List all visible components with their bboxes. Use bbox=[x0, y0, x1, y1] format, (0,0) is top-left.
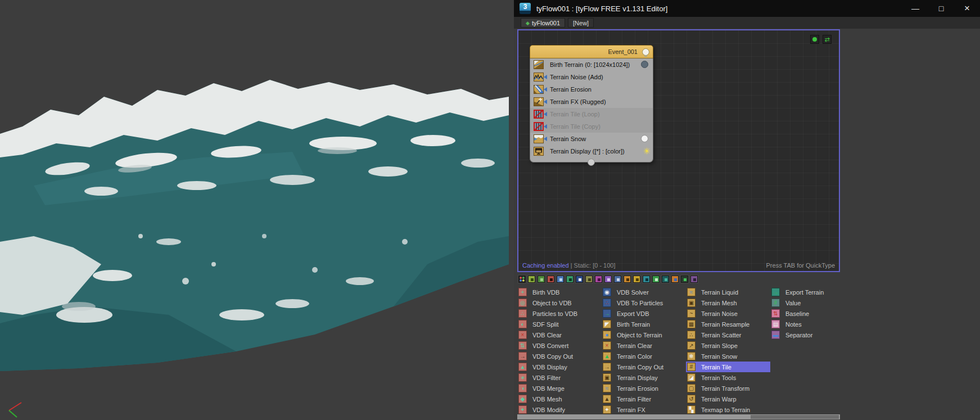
depot-item-terrain-color[interactable]: ▲Terrain Color bbox=[602, 351, 686, 362]
toolbar-icon-13[interactable] bbox=[633, 276, 640, 283]
depot-item-label: Terrain Resample bbox=[701, 321, 749, 328]
toolbar-icon-15[interactable] bbox=[652, 276, 660, 283]
depot-item-vdb-merge[interactable]: ◑VDB Merge bbox=[517, 383, 602, 394]
sun-display-icon[interactable]: ☀ bbox=[643, 146, 651, 156]
toolbar-icon-1[interactable] bbox=[518, 276, 526, 283]
window-titlebar[interactable]: 3 tyFlow001 : [tyFlow FREE v1.131 Editor… bbox=[514, 0, 980, 17]
depot-item-terrain-copy-out[interactable]: →Terrain Copy Out bbox=[602, 362, 686, 372]
depot-item-terrain-tools[interactable]: ◪Terrain Tools bbox=[686, 372, 770, 383]
toolbar-icon-5[interactable] bbox=[557, 276, 564, 283]
depot-item-vdb-mesh[interactable]: ◆VDB Mesh bbox=[517, 394, 602, 404]
depot-item-terrain-warp[interactable]: ↺Terrain Warp bbox=[686, 394, 770, 404]
tab-tyflow001[interactable]: ◆ tyFlow001 bbox=[521, 18, 565, 28]
depot-item-value[interactable]: #Value bbox=[770, 297, 840, 308]
depot-item-notes[interactable]: ▤Notes bbox=[770, 319, 840, 329]
depot-item-label: VDB Solver bbox=[617, 289, 649, 296]
operator-row-terrain-tile-loop[interactable]: Terrain Tile (Loop) bbox=[530, 108, 653, 120]
depot-item-terrain-fx[interactable]: ✦Terrain FX bbox=[602, 404, 686, 415]
depot-item-terrain-noise[interactable]: ~Terrain Noise bbox=[686, 308, 770, 319]
tab-new[interactable]: [New] bbox=[568, 18, 594, 28]
depot-item-terrain-snow[interactable]: ❄Terrain Snow bbox=[686, 351, 770, 362]
depot-item-terrain-display[interactable]: ▣Terrain Display bbox=[602, 372, 686, 383]
depot-item-export-terrain[interactable]: →Export Terrain bbox=[770, 287, 840, 297]
depot-item-vdb-clear[interactable]: ×VDB Clear bbox=[517, 329, 602, 340]
depot-item-terrain-transform[interactable]: ▢Terrain Transform bbox=[686, 383, 770, 394]
toolbar-icon-4[interactable] bbox=[547, 276, 554, 283]
operator-row-terrain-tile-copy[interactable]: Terrain Tile (Copy) bbox=[530, 120, 653, 133]
depot-item-terrain-tile-selected[interactable]: #Terrain Tile bbox=[686, 362, 770, 372]
depot-item-object-to-terrain[interactable]: ●Object to Terrain bbox=[602, 329, 686, 340]
depot-item-vdb-solver[interactable]: ◉VDB Solver bbox=[602, 287, 686, 297]
window-title: tyFlow001 : [tyFlow FREE v1.131 Editor] bbox=[536, 4, 667, 13]
close-button[interactable]: × bbox=[954, 0, 980, 17]
toolbar-icon-3[interactable] bbox=[538, 276, 545, 283]
depot-item-birth-vdb[interactable]: +Birth VDB bbox=[517, 287, 602, 297]
output-socket[interactable] bbox=[641, 135, 648, 142]
depot-item-terrain-resample[interactable]: ▦Terrain Resample bbox=[686, 319, 770, 329]
depot-item-vdb-to-particles[interactable]: ∴VDB To Particles bbox=[602, 297, 686, 308]
operator-row-terrain-fx[interactable]: Terrain FX (Rugged) bbox=[530, 96, 653, 108]
auto-update-indicator[interactable]: ⇄ bbox=[823, 35, 832, 44]
minimize-button[interactable]: — bbox=[902, 0, 928, 17]
depot-item-object-to-vdb[interactable]: ◎Object to VDB bbox=[517, 297, 602, 308]
depot-item-separator[interactable]: ▬Separator bbox=[770, 329, 840, 340]
toolbar-icon-12[interactable] bbox=[624, 276, 631, 283]
operator-row-terrain-noise[interactable]: Terrain Noise (Add) bbox=[530, 71, 653, 83]
depot-item-terrain-liquid[interactable]: ≈Terrain Liquid bbox=[686, 287, 770, 297]
terrain-icon: ▲ bbox=[603, 352, 611, 360]
toolbar-icon-glyph bbox=[636, 278, 639, 281]
terrain-fx-icon bbox=[534, 97, 544, 106]
node-editor-canvas[interactable]: ⇄ Event_001 Birth Terrain (0: [1024x1024… bbox=[517, 29, 840, 272]
depot-item-label: Terrain Color bbox=[617, 353, 652, 360]
depot-item-baseline[interactable]: ⇅Baseline bbox=[770, 308, 840, 319]
maximize-button[interactable]: □ bbox=[928, 0, 954, 17]
depot-item-sdf-split[interactable]: ◐SDF Split bbox=[517, 319, 602, 329]
depot-item-terrain-clear[interactable]: ×Terrain Clear bbox=[602, 340, 686, 351]
depot-item-terrain-slope[interactable]: ↗Terrain Slope bbox=[686, 340, 770, 351]
toolbar-icon-19[interactable] bbox=[690, 276, 698, 283]
3dsmax-app-icon: 3 bbox=[520, 3, 531, 14]
depot-item-vdb-modify[interactable]: ✦VDB Modify bbox=[517, 404, 602, 415]
toolbar-icon-11[interactable] bbox=[614, 276, 621, 283]
event-node-header[interactable]: Event_001 bbox=[530, 45, 653, 58]
depot-item-label: Terrain Snow bbox=[701, 353, 737, 360]
depot-item-export-vdb[interactable]: →Export VDB bbox=[602, 308, 686, 319]
depot-item-vdb-display[interactable]: ▲VDB Display bbox=[517, 362, 602, 372]
toolbar-icon-14[interactable] bbox=[643, 276, 650, 283]
output-socket[interactable] bbox=[641, 61, 648, 68]
depot-item-vdb-filter[interactable]: ∗VDB Filter bbox=[517, 372, 602, 383]
operator-row-terrain-snow[interactable]: Terrain Snow bbox=[530, 133, 653, 145]
scrollbar-thumb[interactable] bbox=[751, 415, 839, 419]
toolbar-icon-18[interactable] bbox=[681, 276, 688, 283]
operator-row-birth-terrain[interactable]: Birth Terrain (0: [1024x1024]) bbox=[530, 58, 653, 71]
toolbar-icon-2[interactable] bbox=[528, 276, 535, 283]
sim-status-indicator[interactable] bbox=[810, 35, 819, 44]
active-tab-marker-icon: ◆ bbox=[526, 20, 530, 26]
toolbar-icon-10[interactable] bbox=[604, 276, 612, 283]
operator-row-terrain-erosion[interactable]: Terrain Erosion bbox=[530, 83, 653, 96]
depot-item-birth-terrain[interactable]: ◤Birth Terrain bbox=[602, 319, 686, 329]
depot-item-terrain-filter[interactable]: ▲Terrain Filter bbox=[602, 394, 686, 404]
viewport-3d[interactable] bbox=[0, 0, 514, 420]
toolbar-icon-16[interactable] bbox=[662, 276, 669, 283]
toolbar-icon-7[interactable] bbox=[576, 276, 583, 283]
event-output-socket[interactable] bbox=[588, 159, 595, 166]
depot-horizontal-scrollbar[interactable] bbox=[517, 414, 840, 419]
terrain-icon: ✦ bbox=[603, 405, 611, 414]
toolbar-icon-8[interactable] bbox=[585, 276, 593, 283]
depot-item-terrain-scatter[interactable]: ∴Terrain Scatter bbox=[686, 329, 770, 340]
refresh-arrows-icon: ⇄ bbox=[824, 37, 829, 43]
depot-item-terrain-erosion[interactable]: ≈Terrain Erosion bbox=[602, 383, 686, 394]
toolbar-icon-17[interactable] bbox=[671, 276, 679, 283]
depot-item-terrain-mesh[interactable]: ▣Terrain Mesh bbox=[686, 297, 770, 308]
lightbulb-icon[interactable] bbox=[642, 48, 649, 56]
event-node[interactable]: Event_001 Birth Terrain (0: [1024x1024]) bbox=[530, 45, 653, 162]
toolbar-icon-glyph bbox=[693, 278, 696, 281]
depot-item-vdb-convert[interactable]: ⇅VDB Convert bbox=[517, 340, 602, 351]
depot-item-vdb-copy-out[interactable]: →VDB Copy Out bbox=[517, 351, 602, 362]
operator-row-terrain-display[interactable]: Terrain Display ([*] : [color]) ☀ bbox=[530, 145, 653, 157]
toolbar-icon-6[interactable] bbox=[566, 276, 573, 283]
depot-item-particles-to-vdb[interactable]: ∴Particles to VDB bbox=[517, 308, 602, 319]
depot-item-texmap-to-terrain[interactable]: ▚Texmap to Terrain bbox=[686, 404, 770, 415]
toolbar-icon-9[interactable] bbox=[595, 276, 602, 283]
